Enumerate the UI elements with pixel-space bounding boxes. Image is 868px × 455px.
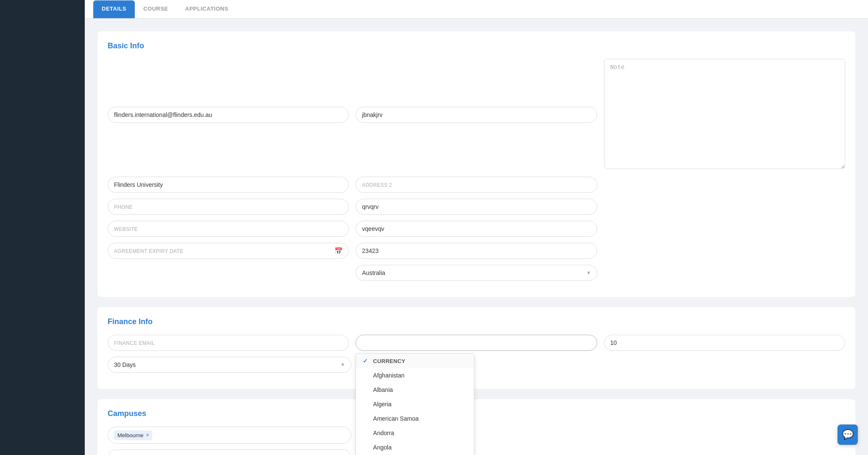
form-row-2	[108, 177, 845, 193]
email-col	[108, 107, 349, 123]
chat-icon: 💬	[842, 429, 854, 440]
expiry-col: 📅	[108, 243, 349, 259]
campus-tag-melbourne: Melbourne ×	[114, 430, 152, 440]
country-col: ▼	[356, 265, 597, 281]
org-col	[108, 177, 349, 193]
org-input[interactable]	[108, 177, 349, 193]
dropdown-item-angola[interactable]: Angola	[356, 440, 474, 455]
campuses-section: Campuses Melbourne ×	[97, 399, 855, 455]
item-albania-label: Albania	[373, 386, 393, 393]
finance-row-2: ▼	[108, 357, 845, 373]
phone-col	[108, 199, 349, 215]
tab-course[interactable]: COURSE	[135, 0, 177, 18]
field4-input[interactable]	[356, 243, 597, 259]
form-row-3	[108, 199, 845, 215]
basic-info-title: Basic Info	[108, 42, 845, 50]
campus-tag-label: Melbourne	[117, 432, 143, 438]
item-american-samoa-label: American Samoa	[373, 415, 418, 422]
item-afghanistan-label: Afghanistan	[373, 372, 404, 379]
dropdown-item-andorra[interactable]: Andorra	[356, 426, 474, 440]
calendar-icon: 📅	[334, 247, 343, 255]
content-area: Basic Info	[85, 19, 868, 455]
finance-info-title: Finance Info	[108, 317, 845, 326]
form-row-4	[108, 221, 845, 237]
chat-button[interactable]: 💬	[837, 424, 858, 445]
checkmark-icon: ✓	[363, 358, 370, 364]
tab-details[interactable]: DETAILS	[93, 0, 135, 18]
campuses-row-1: Melbourne ×	[108, 427, 845, 444]
website-input[interactable]	[108, 221, 349, 237]
dropdown-item-american-samoa[interactable]: American Samoa	[356, 411, 474, 426]
currency-header-item: ✓ CURRENCY	[356, 354, 474, 368]
note-textarea[interactable]	[604, 59, 845, 169]
payment-terms-col: ▼	[108, 357, 351, 373]
currency-col: ✓ CURRENCY Afghanistan Albania	[356, 335, 597, 351]
field5-input[interactable]	[604, 335, 845, 351]
item-andorra-label: Andorra	[373, 430, 394, 436]
dropdown-item-afghanistan[interactable]: Afghanistan	[356, 368, 474, 383]
campuses-row-2	[108, 449, 845, 455]
tab-applications[interactable]: APPLICATIONS	[177, 0, 237, 18]
campus-tags-input[interactable]: Melbourne ×	[108, 427, 351, 444]
note-col	[604, 59, 845, 171]
dropdown-item-algeria[interactable]: Algeria	[356, 397, 474, 411]
campus-tag-remove[interactable]: ×	[146, 432, 149, 438]
field4-col	[356, 243, 597, 259]
currency-dropdown: ✓ CURRENCY Afghanistan Albania	[356, 353, 474, 455]
finance-info-section: Finance Info ✓ CURRENCY	[97, 307, 855, 389]
finance-row-1: ✓ CURRENCY Afghanistan Albania	[108, 335, 845, 351]
field3-col	[356, 221, 597, 237]
field3-input[interactable]	[356, 221, 597, 237]
field2-input[interactable]	[356, 199, 597, 215]
basic-info-section: Basic Info	[97, 31, 855, 297]
field2-col	[356, 199, 597, 215]
currency-input[interactable]	[356, 335, 597, 351]
form-row-1	[108, 59, 845, 171]
currency-header-label: CURRENCY	[373, 358, 405, 364]
campus-location-col	[108, 449, 351, 455]
campuses-title: Campuses	[108, 409, 845, 418]
item-angola-label: Angola	[373, 444, 392, 451]
finance-email-input[interactable]	[108, 335, 349, 351]
email-input[interactable]	[108, 107, 349, 123]
field1-col	[356, 107, 597, 123]
address2-col	[356, 177, 597, 193]
finance-email-col	[108, 335, 349, 351]
tabs-bar: DETAILS COURSE APPLICATIONS	[85, 0, 868, 19]
country-select-wrapper: ▼	[356, 265, 597, 281]
finance-wrapper: Finance Info ✓ CURRENCY	[97, 307, 855, 455]
expiry-input[interactable]	[108, 243, 349, 259]
payment-terms-wrapper: ▼	[108, 357, 351, 373]
expiry-wrapper: 📅	[108, 243, 349, 259]
main-content: DETAILS COURSE APPLICATIONS Basic Info	[85, 0, 868, 455]
dropdown-item-albania[interactable]: Albania	[356, 383, 474, 397]
form-row-6: ▼	[108, 265, 845, 281]
form-row-5: 📅	[108, 243, 845, 259]
phone-input[interactable]	[108, 199, 349, 215]
payment-terms-input[interactable]	[108, 357, 351, 373]
field1-input[interactable]	[356, 107, 597, 123]
address2-input[interactable]	[356, 177, 597, 193]
sidebar	[0, 0, 85, 455]
field5-col	[604, 335, 845, 351]
country-input[interactable]	[356, 265, 597, 281]
item-algeria-label: Algeria	[373, 401, 392, 408]
website-col	[108, 221, 349, 237]
campus-tags-col: Melbourne ×	[108, 427, 351, 444]
campus-location-input[interactable]	[108, 449, 351, 455]
